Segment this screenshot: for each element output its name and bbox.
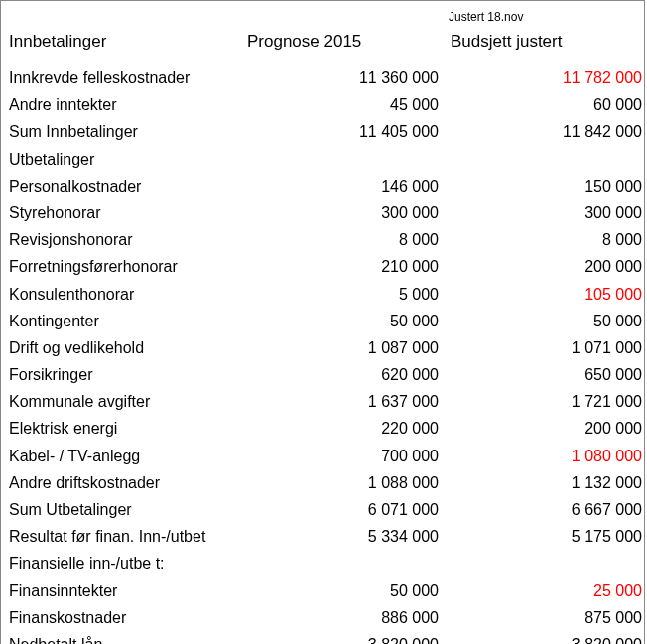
column-header-prognose: Prognose 2015 xyxy=(241,28,445,57)
row-label: Forretningsførerhonorar xyxy=(3,253,241,280)
row-label: Kontingenter xyxy=(3,308,241,334)
cell-budsjett: 650 000 xyxy=(445,361,647,388)
cell-budsjett: 875 000 xyxy=(445,604,647,631)
row-label: Styrehonorar xyxy=(3,199,241,226)
row-label: Finanskostnader xyxy=(3,604,241,631)
cell-prognose: 1 087 000 xyxy=(241,334,445,361)
cell-prognose: 50 000 xyxy=(241,578,445,604)
cell-prognose: 146 000 xyxy=(241,173,445,199)
empty-cell xyxy=(445,146,647,173)
cell-budsjett: 1 132 000 xyxy=(445,469,647,496)
cell-budsjett: 11 782 000 xyxy=(445,64,647,91)
row-label: Innkrevde felleskostnader xyxy=(3,64,241,91)
row-label: Sum Utbetalinger xyxy=(3,496,241,523)
row-label: Personalkostnader xyxy=(3,173,241,199)
empty-cell xyxy=(445,550,647,577)
row-label: Kabel- / TV-anlegg xyxy=(3,443,241,469)
section-header: Finansielle inn-/utbe t: xyxy=(3,550,241,577)
cell-prognose: 50 000 xyxy=(241,308,445,334)
row-label: Andre driftskostnader xyxy=(3,469,241,496)
cell-prognose: 5 000 xyxy=(241,281,445,308)
cell-budsjett: 25 000 xyxy=(445,578,647,604)
cell-prognose: 11 360 000 xyxy=(241,64,445,91)
section-header: Utbetalinger xyxy=(3,146,241,173)
cell-budsjett: 105 000 xyxy=(445,281,647,308)
cell-prognose: 8 000 xyxy=(241,226,445,253)
cell-budsjett: 150 000 xyxy=(445,173,647,199)
row-label: Revisjonshonorar xyxy=(3,226,241,253)
row-label: Nedbetalt lån xyxy=(3,631,241,644)
row-label: Drift og vedlikehold xyxy=(3,334,241,361)
cell-budsjett: 3 820 000 xyxy=(445,631,647,644)
cell-prognose: 300 000 xyxy=(241,199,445,226)
cell-budsjett: 60 000 xyxy=(445,91,647,118)
cell-prognose: 3 820 000 xyxy=(241,631,445,644)
cell-prognose: 886 000 xyxy=(241,604,445,631)
cell-prognose: 11 405 000 xyxy=(241,118,445,145)
cell-prognose: 6 071 000 xyxy=(241,496,445,523)
row-label: Resultat før finan. Inn-/utbet xyxy=(3,523,241,550)
header-note: Justert 18.nov xyxy=(445,3,647,28)
cell-budsjett: 200 000 xyxy=(445,253,647,280)
cell-prognose: 620 000 xyxy=(241,361,445,388)
cell-prognose: 45 000 xyxy=(241,91,445,118)
budget-table: Justert 18.novInnbetalingerPrognose 2015… xyxy=(3,3,647,644)
cell-budsjett: 50 000 xyxy=(445,308,647,334)
cell-budsjett: 1 080 000 xyxy=(445,443,647,469)
cell-budsjett: 300 000 xyxy=(445,199,647,226)
section-header-innbetalinger: Innbetalinger xyxy=(3,28,241,57)
cell-budsjett: 6 667 000 xyxy=(445,496,647,523)
empty-cell xyxy=(241,3,445,28)
empty-cell xyxy=(3,3,241,28)
cell-budsjett: 8 000 xyxy=(445,226,647,253)
cell-prognose: 1 637 000 xyxy=(241,388,445,415)
row-label: Elektrisk energi xyxy=(3,415,241,442)
cell-budsjett: 1 071 000 xyxy=(445,334,647,361)
row-label: Konsulenthonorar xyxy=(3,281,241,308)
row-label: Sum Innbetalinger xyxy=(3,118,241,145)
row-label: Andre inntekter xyxy=(3,91,241,118)
cell-budsjett: 200 000 xyxy=(445,415,647,442)
row-label: Kommunale avgifter xyxy=(3,388,241,415)
cell-prognose: 1 088 000 xyxy=(241,469,445,496)
empty-cell xyxy=(241,146,445,173)
cell-prognose: 220 000 xyxy=(241,415,445,442)
column-header-budsjett: Budsjett justert xyxy=(445,28,647,57)
cell-budsjett: 5 175 000 xyxy=(445,523,647,550)
row-label: Forsikringer xyxy=(3,361,241,388)
cell-prognose: 210 000 xyxy=(241,253,445,280)
cell-budsjett: 11 842 000 xyxy=(445,118,647,145)
budget-table-container: Justert 18.novInnbetalingerPrognose 2015… xyxy=(0,0,645,644)
empty-cell xyxy=(241,550,445,577)
row-label: Finansinntekter xyxy=(3,578,241,604)
cell-budsjett: 1 721 000 xyxy=(445,388,647,415)
cell-prognose: 5 334 000 xyxy=(241,523,445,550)
cell-prognose: 700 000 xyxy=(241,443,445,469)
